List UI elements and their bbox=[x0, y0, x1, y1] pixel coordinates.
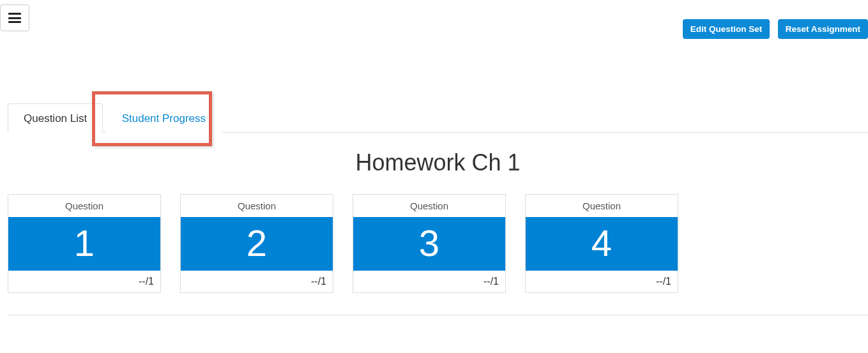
question-card[interactable]: Question 4 --/1 bbox=[525, 194, 678, 293]
question-card[interactable]: Question 3 --/1 bbox=[353, 194, 506, 293]
tab-label: Question List bbox=[24, 112, 87, 124]
question-cards-row: Question 1 --/1 Question 2 --/1 Question… bbox=[8, 194, 678, 293]
question-card-header: Question bbox=[353, 195, 505, 217]
tab-label: Student Progress bbox=[122, 112, 206, 124]
reset-assignment-button[interactable]: Reset Assignment bbox=[778, 19, 868, 39]
tab-question-list[interactable]: Question List bbox=[8, 103, 103, 133]
question-card[interactable]: Question 1 --/1 bbox=[8, 194, 161, 293]
question-card-number: 2 bbox=[181, 217, 333, 271]
tab-student-progress[interactable]: Student Progress bbox=[106, 103, 222, 133]
question-card-header: Question bbox=[8, 195, 160, 217]
tab-strip: Question List Student Progress bbox=[8, 103, 868, 133]
question-card-score: --/1 bbox=[526, 271, 678, 292]
question-card-header: Question bbox=[181, 195, 333, 217]
question-card-number: 4 bbox=[526, 217, 678, 271]
question-card[interactable]: Question 2 --/1 bbox=[180, 194, 333, 293]
question-card-header: Question bbox=[526, 195, 678, 217]
question-card-number: 1 bbox=[8, 217, 160, 271]
question-card-score: --/1 bbox=[353, 271, 505, 292]
menu-button[interactable] bbox=[0, 4, 29, 31]
action-bar: Edit Question Set Reset Assignment bbox=[678, 19, 868, 39]
hamburger-icon bbox=[8, 13, 21, 23]
question-card-score: --/1 bbox=[8, 271, 160, 292]
question-card-score: --/1 bbox=[181, 271, 333, 292]
page-title: Homework Ch 1 bbox=[8, 149, 868, 176]
divider bbox=[8, 315, 868, 315]
question-card-number: 3 bbox=[353, 217, 505, 271]
edit-question-set-button[interactable]: Edit Question Set bbox=[683, 19, 770, 39]
